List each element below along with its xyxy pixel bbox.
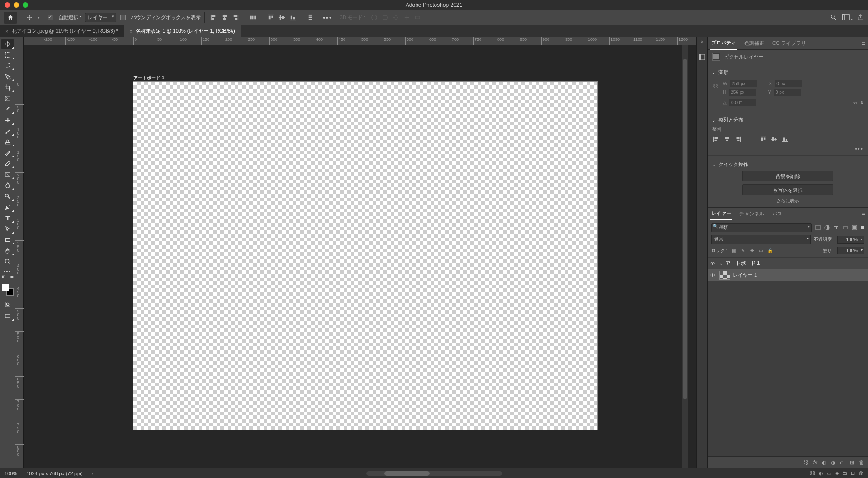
status-icon[interactable]: ▭ xyxy=(827,470,831,476)
canvas-area[interactable]: -200-150-100-500501001502002503003504004… xyxy=(15,37,696,468)
quick-selection-tool[interactable] xyxy=(1,72,14,82)
align-center-h-icon[interactable] xyxy=(219,13,229,23)
path-selection-tool[interactable] xyxy=(1,224,14,234)
artboard-label[interactable]: アートボード 1 xyxy=(133,75,164,81)
status-icon[interactable]: ⛓ xyxy=(810,470,815,476)
artboard-layer-row[interactable]: 👁 ⌄ アートボード 1 xyxy=(708,258,868,269)
document-tab[interactable]: × 花アイコン.jpeg @ 119% (レイヤー 0, RGB/8) * xyxy=(0,25,124,37)
default-colors-icon[interactable]: ◧ xyxy=(2,275,5,279)
close-window-button[interactable] xyxy=(5,2,10,8)
arrange-docs-icon[interactable]: ▾ xyxy=(842,14,853,21)
align-bottom-edges-icon[interactable] xyxy=(781,135,789,143)
align-bottom-icon[interactable] xyxy=(287,13,297,23)
auto-select-target-dropdown[interactable]: レイヤー xyxy=(85,13,116,22)
foreground-color[interactable] xyxy=(2,284,9,291)
section-header[interactable]: ⌄変形 xyxy=(712,69,863,76)
x-field[interactable]: 0 px xyxy=(775,80,802,87)
align-left-edges-icon[interactable] xyxy=(712,135,720,143)
horizontal-ruler[interactable]: -200-150-100-500501001502002503003504004… xyxy=(24,37,696,45)
marquee-tool[interactable] xyxy=(1,50,14,60)
move-tool[interactable] xyxy=(1,39,14,49)
panel-menu-icon[interactable]: ≡ xyxy=(862,40,865,47)
height-field[interactable]: 256 px xyxy=(729,89,756,96)
layer-style-icon[interactable]: fx xyxy=(813,459,817,466)
dodge-tool[interactable] xyxy=(1,191,14,201)
disclosure-triangle-icon[interactable]: ⌄ xyxy=(719,261,723,266)
lock-pixels-icon[interactable]: ✎ xyxy=(739,247,747,254)
collapse-panels-icon[interactable]: « xyxy=(701,39,703,44)
status-icon[interactable]: 🗑 xyxy=(858,470,863,476)
align-right-icon[interactable] xyxy=(230,13,240,23)
align-more-icon[interactable]: ••• xyxy=(712,146,863,152)
align-top-edges-icon[interactable] xyxy=(759,135,767,143)
distribute-h-icon[interactable] xyxy=(248,13,258,23)
align-h-centers-icon[interactable] xyxy=(723,135,731,143)
filter-shape-icon[interactable] xyxy=(842,224,849,231)
fill-field[interactable]: 100% xyxy=(837,247,864,254)
y-field[interactable]: 0 px xyxy=(774,89,801,96)
status-icon[interactable]: ◈ xyxy=(835,470,839,476)
history-brush-tool[interactable] xyxy=(1,148,14,158)
gradient-tool[interactable] xyxy=(1,170,14,180)
document-info[interactable]: 1024 px x 768 px (72 ppi) xyxy=(26,471,82,476)
lock-transparent-icon[interactable]: ▦ xyxy=(730,247,737,254)
vertical-ruler[interactable]: 0501001502002503003504004505005506006507… xyxy=(15,45,24,468)
show-transform-controls-checkbox[interactable] xyxy=(120,15,126,20)
scrollbar-thumb[interactable] xyxy=(683,59,687,399)
angle-field[interactable]: 0.00° xyxy=(729,99,756,106)
eraser-tool[interactable] xyxy=(1,159,14,169)
quick-mask-icon[interactable] xyxy=(1,299,14,309)
pen-tool[interactable] xyxy=(1,202,14,212)
brush-tool[interactable] xyxy=(1,126,14,136)
flip-v-icon[interactable]: ⇕ xyxy=(860,100,863,105)
link-wh-icon[interactable]: ⛓ xyxy=(712,83,718,93)
crop-tool[interactable] xyxy=(1,83,14,93)
vertical-scrollbar[interactable] xyxy=(682,45,688,468)
section-header[interactable]: ⌄整列と分布 xyxy=(712,117,863,123)
channels-tab[interactable]: チャンネル xyxy=(738,208,765,220)
lock-position-icon[interactable]: ✥ xyxy=(748,247,756,254)
move-tool-preset-icon[interactable] xyxy=(25,13,34,22)
share-icon[interactable] xyxy=(857,14,864,22)
document-tab[interactable]: × 名称未設定 1 @ 100% (レイヤー 1, RGB/8#) xyxy=(124,25,241,37)
align-right-edges-icon[interactable] xyxy=(734,135,742,143)
rectangle-tool[interactable] xyxy=(1,235,14,245)
blur-tool[interactable] xyxy=(1,180,14,190)
new-layer-icon[interactable]: ⊞ xyxy=(850,459,854,466)
more-options-icon[interactable]: ••• xyxy=(323,14,332,21)
status-icon[interactable]: ⊞ xyxy=(851,470,855,476)
align-v-centers-icon[interactable] xyxy=(770,135,778,143)
layer-thumbnail[interactable] xyxy=(719,271,730,280)
align-top-icon[interactable] xyxy=(266,13,276,23)
section-header[interactable]: ⌄クイック操作 xyxy=(712,161,863,168)
layer-name[interactable]: レイヤー 1 xyxy=(733,272,757,278)
hand-tool[interactable] xyxy=(1,246,14,256)
adjustment-layer-icon[interactable]: ◑ xyxy=(831,459,835,466)
select-subject-button[interactable]: 被写体を選択 xyxy=(742,184,833,195)
auto-select-checkbox[interactable] xyxy=(48,15,53,20)
layers-tab[interactable]: レイヤー xyxy=(710,207,732,220)
show-more-link[interactable]: さらに表示 xyxy=(712,198,863,204)
minimize-window-button[interactable] xyxy=(14,2,19,8)
dropdown-chevron-icon[interactable]: ▾ xyxy=(38,15,40,20)
search-icon[interactable] xyxy=(830,14,837,22)
layer-row[interactable]: 👁 レイヤー 1 xyxy=(708,269,868,281)
link-layers-icon[interactable]: ⛓ xyxy=(803,459,809,466)
ruler-origin[interactable] xyxy=(15,37,24,45)
cc-libraries-tab[interactable]: CC ライブラリ xyxy=(771,37,807,49)
align-center-v-icon[interactable] xyxy=(276,13,286,23)
status-icon[interactable]: ◐ xyxy=(819,470,823,476)
scrollbar-thumb[interactable] xyxy=(384,471,430,476)
visibility-toggle-icon[interactable]: 👁 xyxy=(710,273,717,278)
zoom-level[interactable]: 100% xyxy=(5,471,17,476)
swap-colors-icon[interactable]: ⇄ xyxy=(10,275,14,279)
filter-adjust-icon[interactable] xyxy=(824,224,831,231)
properties-tab[interactable]: プロパティ xyxy=(710,37,737,50)
zoom-tool[interactable] xyxy=(1,257,14,267)
width-field[interactable]: 256 px xyxy=(730,80,757,87)
filter-smart-icon[interactable] xyxy=(851,224,858,231)
healing-brush-tool[interactable] xyxy=(1,115,14,125)
close-tab-icon[interactable]: × xyxy=(130,29,132,34)
group-icon[interactable]: 🗀 xyxy=(840,459,845,466)
lasso-tool[interactable] xyxy=(1,61,14,71)
